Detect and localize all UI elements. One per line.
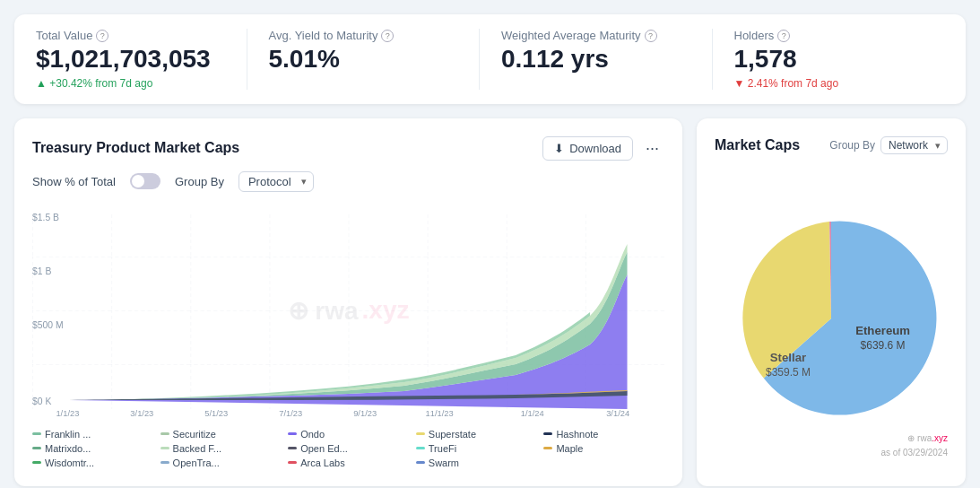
legend-dot [288,447,297,449]
legend-item: Open Ed... [288,443,409,454]
more-options-button[interactable]: ··· [640,137,664,160]
legend-label: Securitize [173,429,216,440]
chart-legend: Franklin ...SecuritizeOndoSuperstateHash… [32,429,664,468]
legend-label: Open Ed... [300,443,348,454]
legend-item: Ondo [288,429,409,440]
chart-title: Treasury Product Market Caps [32,140,239,156]
legend-item: Matrixdo... [32,443,153,454]
total-value-stat: Total Value ? $1,021,703,053 ▲ +30.42% f… [36,29,247,90]
svg-text:$0 K: $0 K [32,396,52,406]
legend-label: Wisdomtr... [45,458,94,468]
avg-yield-stat: Avg. Yield to Maturity ? 5.01% [247,29,481,90]
group-by-wrapper: Protocol Network Issuer [238,171,314,192]
chart-header-actions: ⬇ Download ··· [542,136,664,161]
show-pct-toggle[interactable] [130,173,160,189]
avg-yield-value: 5.01% [269,46,458,74]
pie-group-by-wrapper: Network Protocol Issuer [880,136,948,154]
svg-text:9/1/23: 9/1/23 [353,409,377,418]
legend-item: Arca Labs [288,458,409,468]
svg-text:11/1/23: 11/1/23 [426,409,454,418]
svg-text:Ethereum: Ethereum [855,324,910,337]
legend-label: Ondo [300,429,325,440]
svg-text:$639.6 M: $639.6 M [861,338,906,351]
weighted-maturity-help-icon[interactable]: ? [645,30,657,42]
svg-text:3/1/24: 3/1/24 [606,409,629,418]
avg-yield-help-icon[interactable]: ? [381,30,394,42]
svg-text:1/1/23: 1/1/23 [56,409,79,418]
legend-dot [288,432,297,435]
holders-value: 1,578 [734,46,924,74]
pie-date: as of 03/29/2024 [880,448,948,458]
legend-item: Backed F... [160,443,282,454]
legend-label: Maple [556,443,583,454]
legend-label: Swarm [429,458,459,468]
holders-help-icon[interactable]: ? [777,30,790,42]
legend-dot [543,432,552,435]
svg-text:7/1/23: 7/1/23 [279,409,302,418]
legend-dot [32,447,41,449]
avg-yield-label: Avg. Yield to Maturity [269,29,378,42]
chart-area: ⊕ rwa.xyz $1.5 B $1 B $500 M $0 K [32,203,664,418]
svg-text:1/1/24: 1/1/24 [521,409,544,418]
total-value-change: ▲ +30.42% from 7d ago [36,77,225,90]
legend-item: Franklin ... [32,429,153,440]
svg-text:$1 B: $1 B [32,266,52,276]
legend-item: Wisdomtr... [32,458,153,468]
total-value-label: Total Value [36,29,92,42]
legend-dot [416,432,425,435]
legend-label: Hashnote [556,429,598,440]
pie-chart-svg: Stellar $359.5 M Ethereum $639.6 M [724,211,939,426]
svg-text:3/1/23: 3/1/23 [130,409,153,418]
legend-label: TrueFi [429,443,456,454]
pie-group-by-label: Group By [829,139,875,152]
total-value-help-icon[interactable]: ? [96,30,108,42]
legend-dot [543,447,552,449]
legend-item: Superstate [416,429,537,440]
total-value-amount: $1,021,703,053 [36,46,225,74]
legend-item: Maple [543,443,664,454]
svg-text:Stellar: Stellar [770,351,806,364]
download-button[interactable]: ⬇ Download [542,136,633,161]
legend-item: Hashnote [543,429,664,440]
chart-panel: Treasury Product Market Caps ⬇ Download … [14,118,682,486]
weighted-maturity-stat: Weighted Average Maturity ? 0.112 yrs [480,29,713,90]
weighted-maturity-label: Weighted Average Maturity [501,29,641,42]
holders-label: Holders [734,29,775,42]
legend-label: Matrixdo... [45,443,91,454]
legend-dot [288,461,297,464]
legend-dot [416,461,425,464]
legend-dot [416,447,425,449]
legend-dot [160,432,169,435]
pie-header: Market Caps Group By Network Protocol Is… [715,136,948,154]
chart-controls: Show % of Total Group By Protocol Networ… [32,171,664,192]
top-stats-bar: Total Value ? $1,021,703,053 ▲ +30.42% f… [14,14,966,104]
weighted-maturity-value: 0.112 yrs [501,46,690,74]
legend-item: OpenTra... [160,458,282,468]
legend-dot [32,432,41,435]
pie-group-by-controls: Group By Network Protocol Issuer [829,136,948,154]
pie-watermark: ⊕ ⊕ rwa.xyz rwa.xyz [907,433,948,443]
legend-label: OpenTra... [173,458,220,468]
legend-item: Swarm [416,458,537,468]
pie-chart-container: Stellar $359.5 M Ethereum $639.6 M ⊕ ⊕ r… [715,169,948,468]
legend-dot [160,461,169,464]
holders-stat: Holders ? 1,578 ▼ 2.41% from 7d ago [713,29,945,90]
main-content: Treasury Product Market Caps ⬇ Download … [14,118,966,486]
pie-title: Market Caps [715,136,800,153]
legend-dot [160,447,169,449]
chart-header: Treasury Product Market Caps ⬇ Download … [32,136,664,161]
legend-label: Backed F... [173,443,221,454]
pie-group-by-select[interactable]: Network Protocol Issuer [880,136,948,154]
legend-label: Arca Labs [300,458,345,468]
area-chart-svg: $1.5 B $1 B $500 M $0 K 1/1/23 [32,203,664,418]
legend-label: Franklin ... [45,429,91,440]
group-by-select[interactable]: Protocol Network Issuer [238,171,314,192]
legend-item: TrueFi [416,443,537,454]
download-icon: ⬇ [554,142,564,155]
legend-dot [32,461,41,464]
pie-panel: Market Caps Group By Network Protocol Is… [697,118,966,486]
svg-text:$359.5 M: $359.5 M [766,365,811,378]
svg-text:5/1/23: 5/1/23 [204,409,228,418]
show-pct-label: Show % of Total [32,175,116,188]
down-arrow-icon: ▼ [734,77,745,90]
